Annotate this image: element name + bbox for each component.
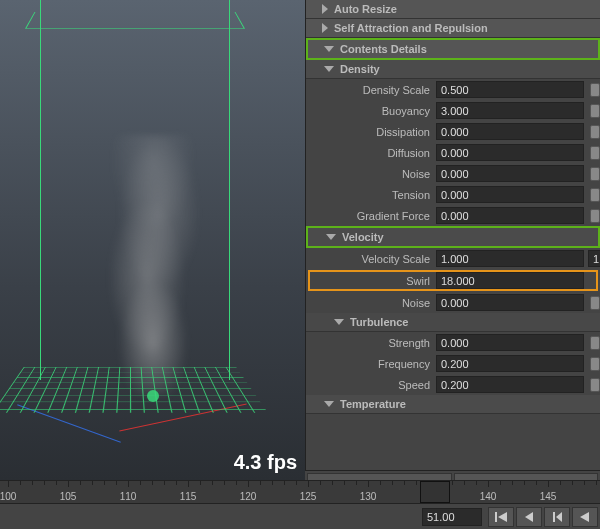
- section-label: Velocity: [342, 231, 384, 243]
- field-label: Speed: [306, 379, 436, 391]
- svg-rect-0: [495, 512, 497, 522]
- svg-marker-5: [580, 512, 589, 522]
- section-label: Auto Resize: [334, 3, 397, 15]
- field-label: Dissipation: [306, 126, 436, 138]
- density-scale-input[interactable]: [436, 81, 584, 98]
- timeline-tick-label: 115: [180, 491, 197, 502]
- section-label: Contents Details: [340, 43, 427, 55]
- timeline-playhead[interactable]: [420, 481, 450, 503]
- timeline-tick-label: 100: [0, 491, 16, 502]
- chevron-down-icon: [326, 234, 336, 240]
- svg-rect-3: [553, 512, 555, 522]
- field-label: Density Scale: [306, 84, 436, 96]
- velocity-scale-x-input[interactable]: [436, 250, 584, 267]
- section-label: Self Attraction and Repulsion: [334, 22, 488, 34]
- chevron-down-icon: [334, 319, 344, 325]
- section-label: Density: [340, 63, 380, 75]
- go-to-start-button[interactable]: [488, 507, 514, 527]
- attribute-editor: Auto Resize Self Attraction and Repulsio…: [305, 0, 600, 470]
- turb-strength-input[interactable]: [436, 334, 584, 351]
- chevron-down-icon: [324, 46, 334, 52]
- field-label: Buoyancy: [306, 105, 436, 117]
- gradient-force-input[interactable]: [436, 207, 584, 224]
- section-contents-details[interactable]: Contents Details: [306, 38, 600, 60]
- section-density[interactable]: Density: [306, 60, 600, 79]
- row-turb-frequency: Frequency: [306, 353, 600, 374]
- density-noise-input[interactable]: [436, 165, 584, 182]
- section-temperature[interactable]: Temperature: [306, 395, 600, 414]
- step-back-button[interactable]: [516, 507, 542, 527]
- diffusion-input[interactable]: [436, 144, 584, 161]
- dissipation-input[interactable]: [436, 123, 584, 140]
- field-label: Noise: [306, 168, 436, 180]
- emitter-grid: [0, 367, 268, 413]
- field-label: Diffusion: [306, 147, 436, 159]
- emitter-handle[interactable]: [147, 390, 159, 402]
- chevron-down-icon: [324, 401, 334, 407]
- play-back-button[interactable]: [572, 507, 598, 527]
- timeline-tick-label: 140: [480, 491, 497, 502]
- timeline-tick-label: 145: [540, 491, 557, 502]
- frame-back-button[interactable]: [544, 507, 570, 527]
- field-label: Swirl: [310, 275, 436, 287]
- row-turb-strength: Strength: [306, 332, 600, 353]
- section-self-attraction[interactable]: Self Attraction and Repulsion: [306, 19, 600, 38]
- timeline-tick-label: 110: [120, 491, 137, 502]
- field-label: Strength: [306, 337, 436, 349]
- fluid-smoke: [93, 135, 213, 395]
- swirl-input[interactable]: [436, 272, 584, 289]
- row-tension: Tension: [306, 184, 600, 205]
- chevron-down-icon: [324, 66, 334, 72]
- fps-display: 4.3 fps: [234, 451, 297, 474]
- field-label: Noise: [306, 297, 436, 309]
- chevron-right-icon: [322, 4, 328, 14]
- timeline-tick-label: 105: [60, 491, 77, 502]
- field-label: Frequency: [306, 358, 436, 370]
- timeline-tick-label: 120: [240, 491, 257, 502]
- row-velocity-scale: Velocity Scale: [306, 248, 600, 269]
- svg-marker-2: [525, 512, 533, 522]
- timeline-ruler[interactable]: 100105110115120125130135140145: [0, 480, 600, 503]
- svg-marker-4: [556, 512, 562, 522]
- transport-bar: [0, 503, 600, 529]
- section-velocity[interactable]: Velocity: [306, 226, 600, 248]
- row-velocity-noise: Noise: [306, 292, 600, 313]
- row-density-noise: Noise: [306, 163, 600, 184]
- buoyancy-input[interactable]: [436, 102, 584, 119]
- field-label: Velocity Scale: [306, 253, 436, 265]
- section-label: Temperature: [340, 398, 406, 410]
- turb-speed-input[interactable]: [436, 376, 584, 393]
- timeline-tick-label: 130: [360, 491, 377, 502]
- row-gradient-force: Gradient Force: [306, 205, 600, 226]
- chevron-right-icon: [322, 23, 328, 33]
- section-auto-resize[interactable]: Auto Resize: [306, 0, 600, 19]
- row-buoyancy: Buoyancy: [306, 100, 600, 121]
- row-swirl: Swirl: [308, 270, 598, 291]
- field-label: Tension: [306, 189, 436, 201]
- row-diffusion: Diffusion: [306, 142, 600, 163]
- current-frame-input[interactable]: [422, 508, 482, 526]
- field-label: Gradient Force: [306, 210, 436, 222]
- tension-input[interactable]: [436, 186, 584, 203]
- viewport-3d[interactable]: 4.3 fps: [0, 0, 305, 480]
- row-turb-speed: Speed: [306, 374, 600, 395]
- velocity-scale-y-input[interactable]: [588, 250, 600, 267]
- velocity-noise-input[interactable]: [436, 294, 584, 311]
- section-turbulence[interactable]: Turbulence: [306, 313, 600, 332]
- timeline-tick-label: 125: [300, 491, 317, 502]
- section-label: Turbulence: [350, 316, 408, 328]
- turb-frequency-input[interactable]: [436, 355, 584, 372]
- row-dissipation: Dissipation: [306, 121, 600, 142]
- row-density-scale: Density Scale: [306, 79, 600, 100]
- svg-marker-1: [498, 512, 507, 522]
